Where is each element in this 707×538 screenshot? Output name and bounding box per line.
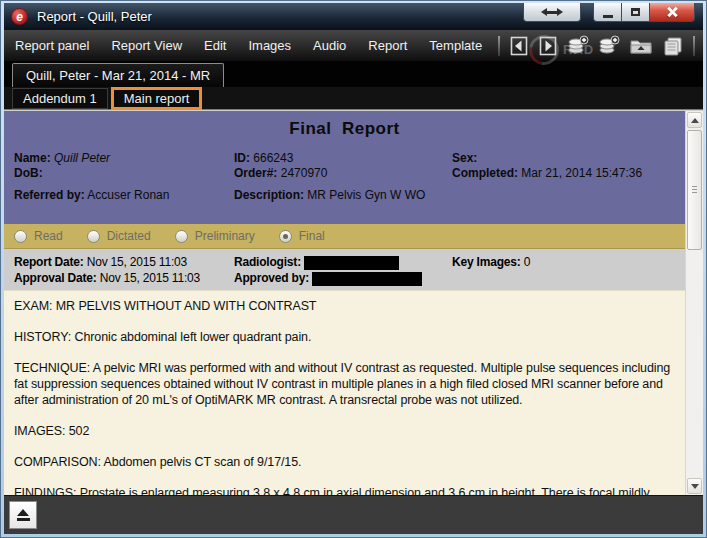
scrollbar-grip <box>692 186 697 194</box>
study-description: Description: MR Pelvis Gyn W WO <box>234 188 452 203</box>
menu-images[interactable]: Images <box>237 38 302 53</box>
tab-study[interactable]: Quill, Peter - Mar 21, 2014 - MR <box>12 63 224 87</box>
menu-bar: Report panel Report View Edit Images Aud… <box>4 30 703 61</box>
radio-dictated[interactable]: Dictated <box>87 229 151 243</box>
radiologist-redaction-box <box>304 256 399 270</box>
approval-date: Approval Date: Nov 15, 2015 11:03 <box>14 270 234 286</box>
radio-final[interactable]: Final <box>279 229 325 243</box>
folder-open-icon[interactable] <box>629 36 653 56</box>
book-copy-icon[interactable] <box>662 36 684 56</box>
close-icon <box>666 6 678 18</box>
toolbar-separator <box>498 36 500 56</box>
report-paragraph-comparison: COMPARISON: Abdomen pelvis CT scan of 9/… <box>14 454 675 470</box>
referred-by: Referred by: Accuser Ronan <box>14 188 234 203</box>
completed-datetime: Completed: Mar 21, 2014 15:47:36 <box>452 166 675 181</box>
menu-edit[interactable]: Edit <box>193 38 237 53</box>
tab-addendum-1[interactable]: Addendum 1 <box>12 88 108 109</box>
close-button[interactable] <box>649 3 695 22</box>
eject-icon <box>17 509 29 516</box>
maximize-button[interactable] <box>622 3 649 22</box>
scrollbar-thumb[interactable] <box>687 130 702 250</box>
radio-preliminary[interactable]: Preliminary <box>175 229 255 243</box>
scroll-down-icon <box>691 484 699 489</box>
report-paragraph-technique: TECHNIQUE: A pelvic MRI was performed wi… <box>14 360 675 408</box>
menu-report-view[interactable]: Report View <box>100 38 193 53</box>
app-logo-icon: e <box>11 8 28 25</box>
report-date: Report Date: Nov 15, 2015 11:03 <box>14 254 234 270</box>
report-paragraph-exam: EXAM: MR PELVIS WITHOUT AND WITH CONTRAS… <box>14 298 675 314</box>
report-paragraph-findings: FINDINGS: Prostate is enlarged measuring… <box>14 485 675 495</box>
study-tab-row: Quill, Peter - Mar 21, 2014 - MR <box>4 61 703 87</box>
patient-dob: DoB: <box>14 166 234 181</box>
report-status-row: Read Dictated Preliminary Final <box>4 224 685 249</box>
report-body[interactable]: EXAM: MR PELVIS WITHOUT AND WITH CONTRAS… <box>4 290 685 495</box>
menu-template[interactable]: Template <box>418 38 493 53</box>
radio-final-circle[interactable] <box>279 230 292 243</box>
title-bar: e Report - Quill, Peter <box>4 3 703 30</box>
report-content: Final Report Name: Quill Peter ID: 66624… <box>4 110 703 495</box>
page-previous-icon[interactable] <box>509 36 529 56</box>
menu-audio[interactable]: Audio <box>302 38 357 53</box>
collapse-panel-button[interactable] <box>9 501 37 529</box>
minimize-icon <box>603 15 613 18</box>
key-images: Key Images: 0 <box>452 254 675 270</box>
radio-read-circle[interactable] <box>14 230 27 243</box>
vertical-scrollbar[interactable] <box>685 111 703 495</box>
database-add-icon-2[interactable] <box>598 35 620 57</box>
bottom-bar <box>4 495 703 534</box>
report-title: Final Report <box>14 119 675 139</box>
resize-toggle-button[interactable] <box>523 3 581 22</box>
window-title: Report - Quill, Peter <box>37 9 152 24</box>
report-window: e Report - Quill, Peter <box>0 0 707 538</box>
report-meta: Report Date: Nov 15, 2015 11:03 Radiolog… <box>4 249 685 290</box>
horizontal-arrows-icon <box>541 8 563 17</box>
radio-read[interactable]: Read <box>14 229 63 243</box>
toolbar-separator-end <box>693 36 695 56</box>
scroll-up-icon <box>691 118 699 123</box>
scroll-down-button[interactable] <box>687 478 702 494</box>
scroll-up-button[interactable] <box>687 112 702 128</box>
report-tab-row: Addendum 1 Main report <box>4 87 703 110</box>
radiologist: Radiologist: <box>234 254 452 270</box>
radio-dictated-circle[interactable] <box>87 230 100 243</box>
report-paragraph-images: IMAGES: 502 <box>14 423 675 439</box>
report-paragraph-history: HISTORY: Chronic abdominal left lower qu… <box>14 329 675 345</box>
minimize-button[interactable] <box>593 3 622 22</box>
approved-by-redaction-box <box>312 272 422 286</box>
patient-name: Name: Quill Peter <box>14 151 234 166</box>
tab-main-report[interactable]: Main report <box>111 87 203 110</box>
page-next-icon[interactable] <box>538 36 558 56</box>
radio-preliminary-circle[interactable] <box>175 230 188 243</box>
maximize-icon <box>631 8 640 16</box>
patient-id: ID: 666243 <box>234 151 452 166</box>
report-header: Final Report Name: Quill Peter ID: 66624… <box>4 111 685 224</box>
order-number: Order#: 2470970 <box>234 166 452 181</box>
menu-report-panel[interactable]: Report panel <box>4 38 100 53</box>
menu-report[interactable]: Report <box>357 38 418 53</box>
database-add-icon[interactable] <box>567 35 589 57</box>
patient-sex: Sex: <box>452 151 675 166</box>
approved-by: Approved by: <box>234 270 452 286</box>
